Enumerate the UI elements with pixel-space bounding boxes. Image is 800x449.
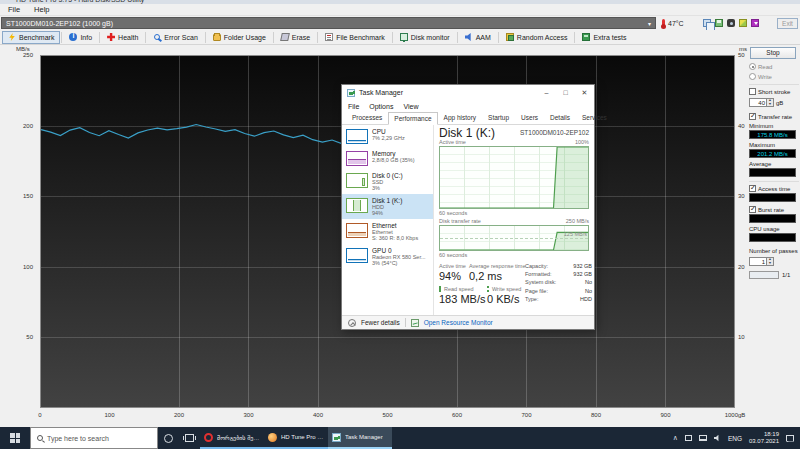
tab-startup[interactable]: Startup xyxy=(482,111,515,124)
tab-app-history[interactable]: App history xyxy=(438,111,483,124)
short-stroke-stepper[interactable]: 40 ▲▼ xyxy=(749,98,774,107)
disk-info-label: System disk: xyxy=(525,279,556,285)
copy-icon[interactable] xyxy=(703,19,711,27)
fewer-details-button[interactable]: Fewer details xyxy=(361,319,400,326)
temperature-indicator: 47°C xyxy=(662,17,684,29)
write-radio[interactable] xyxy=(749,73,756,80)
language-indicator[interactable]: ENG xyxy=(728,435,742,442)
task-manager-titlebar[interactable]: Task Manager – □ ✕ xyxy=(342,85,594,100)
disk-info-value: 932 GB xyxy=(573,263,592,269)
exit-button[interactable]: Exit xyxy=(777,18,798,29)
toolbar-button-aam[interactable]: AAM xyxy=(459,31,497,44)
maximum-label: Maximum xyxy=(749,142,799,148)
passes-stepper[interactable]: 1 ▲▼ xyxy=(749,257,774,266)
toolbar-button-label: Extra tests xyxy=(593,34,626,41)
color-icon[interactable] xyxy=(739,19,747,27)
screenshot-icon[interactable] xyxy=(727,19,735,27)
task-manager-window: Task Manager – □ ✕ File Options View Pro… xyxy=(341,84,595,330)
read-radio[interactable] xyxy=(749,63,756,70)
tab-users[interactable]: Users xyxy=(515,111,544,124)
transfer-rate-chart-mid: 125 MB/s xyxy=(564,231,587,237)
midline xyxy=(440,238,588,239)
toolbar-button-random-access[interactable]: Random Access xyxy=(500,31,574,44)
write-radio-label: Write xyxy=(758,74,772,80)
taskbar-search-input[interactable]: Type here to search xyxy=(30,427,158,449)
system-tray: ∧ ENG 18:19 03.07.2021 xyxy=(673,427,800,449)
sidebar-item-ethernet[interactable]: EthernetEthernetS: 360 R: 8,0 Kbps xyxy=(342,219,433,244)
y-left-tick-labels: 25020015010050 xyxy=(0,55,36,408)
clock[interactable]: 18:19 03.07.2021 xyxy=(749,431,779,445)
maximum-value: 201.2 MB/s xyxy=(749,149,796,158)
close-button[interactable]: ✕ xyxy=(575,85,594,100)
toolbar-button-label: Error Scan xyxy=(164,34,197,41)
toolbar-button-benchmark[interactable]: Benchmark xyxy=(2,31,60,44)
read-radio-label: Read xyxy=(758,64,772,70)
minimize-button[interactable]: – xyxy=(537,85,556,100)
menu-file[interactable]: File xyxy=(8,5,20,14)
tab-processes[interactable]: Processes xyxy=(346,111,388,124)
toolbar-button-erase[interactable]: Erase xyxy=(275,31,316,44)
taskbar-app-taskmanager[interactable]: Task Manager xyxy=(328,427,392,449)
progress-bar xyxy=(749,271,779,279)
toolbar-button-label: Random Access xyxy=(517,34,568,41)
toolbar-button-extra-tests[interactable]: Extra tests xyxy=(576,31,632,44)
sidebar-item-cpu[interactable]: CPU7% 2,29 GHz xyxy=(342,125,433,147)
sidebar-item-name: Memory xyxy=(372,150,415,157)
network-icon[interactable] xyxy=(699,435,707,441)
tm-menu-options[interactable]: Options xyxy=(369,103,393,110)
toolbar-button-label: Disk monitor xyxy=(411,34,450,41)
stepper-arrows-icon[interactable]: ▲▼ xyxy=(767,257,774,266)
maximize-button[interactable]: □ xyxy=(556,85,575,100)
burst-rate-checkbox[interactable] xyxy=(749,206,756,213)
sidebar-item-gpu-0[interactable]: GPU 0Radeon RX 580 Ser...3% (54°C) xyxy=(342,244,433,269)
y-right-tick: 30 xyxy=(738,193,745,199)
open-resource-monitor-link[interactable]: Open Resource Monitor xyxy=(424,319,493,326)
toolbar-button-folder-usage[interactable]: Folder Usage xyxy=(207,31,272,44)
passes-value: 1 xyxy=(749,257,767,266)
transfer-rate-chart: 125 MB/s xyxy=(439,225,589,251)
stepper-arrows-icon[interactable]: ▲▼ xyxy=(767,98,774,107)
tm-menu-view[interactable]: View xyxy=(403,103,418,110)
fewer-details-icon xyxy=(348,319,356,327)
y-left-tick: 200 xyxy=(23,123,33,129)
taskbar-app-opera[interactable]: მორგების შესახებ... xyxy=(200,427,264,449)
drive-selector-dropdown[interactable]: ST1000DM010-2EP102 (1000 gB) ▾ xyxy=(1,17,656,29)
notification-center-icon[interactable] xyxy=(786,435,794,442)
volume-icon[interactable] xyxy=(714,435,721,442)
sidebar-item-disk-0-c-[interactable]: Disk 0 (C:)SSD3% xyxy=(342,169,433,194)
average-label: Average xyxy=(749,161,799,167)
disk-info-label: Formatted: xyxy=(525,271,552,277)
toolbar-button-info[interactable]: Info xyxy=(63,31,98,44)
x-tick: 200 xyxy=(174,412,184,418)
cortana-button[interactable] xyxy=(158,427,179,449)
sidebar-item-memory[interactable]: Memory2,8/8,0 GB (35%) xyxy=(342,147,433,169)
access-time-checkbox[interactable] xyxy=(749,185,756,192)
tab-details[interactable]: Details xyxy=(544,111,576,124)
tab-services[interactable]: Services xyxy=(576,111,613,124)
sidebar-item-disk-1-k-[interactable]: Disk 1 (K:)HDD94% xyxy=(342,194,433,219)
stop-button[interactable]: Stop xyxy=(750,47,796,59)
start-button[interactable] xyxy=(0,427,30,449)
toolbar-button-disk-monitor[interactable]: Disk monitor xyxy=(394,31,456,44)
toolbar-button-file-benchmark[interactable]: File Benchmark xyxy=(319,31,391,44)
transfer-rate-checkbox[interactable] xyxy=(749,113,756,120)
toolbar-button-health[interactable]: Health xyxy=(101,31,144,44)
toolbar-button-error-scan[interactable]: Error Scan xyxy=(147,31,203,44)
tm-menu-file[interactable]: File xyxy=(348,103,359,110)
taskbar-app-hdtune[interactable]: HD Tune Pro 5.75 - ... xyxy=(264,427,328,449)
download-icon[interactable] xyxy=(751,19,759,27)
transfer-rate-chart-max: 250 MB/s xyxy=(566,218,589,224)
tray-window-icon[interactable] xyxy=(685,435,692,441)
mini-chart-fill xyxy=(362,178,365,186)
x-tick: 1000gB xyxy=(725,412,746,418)
save-icon[interactable] xyxy=(715,19,723,27)
windows-logo-icon xyxy=(10,433,20,443)
tab-performance[interactable]: Performance xyxy=(388,112,437,125)
hidden-icons-chevron[interactable]: ∧ xyxy=(673,434,678,442)
disk-info-value: HDD xyxy=(580,296,592,302)
hdtune-icon xyxy=(268,433,277,442)
task-view-button[interactable] xyxy=(179,427,200,449)
menu-help[interactable]: Help xyxy=(34,5,49,14)
short-stroke-checkbox[interactable] xyxy=(749,88,756,95)
info-icon xyxy=(69,33,77,41)
